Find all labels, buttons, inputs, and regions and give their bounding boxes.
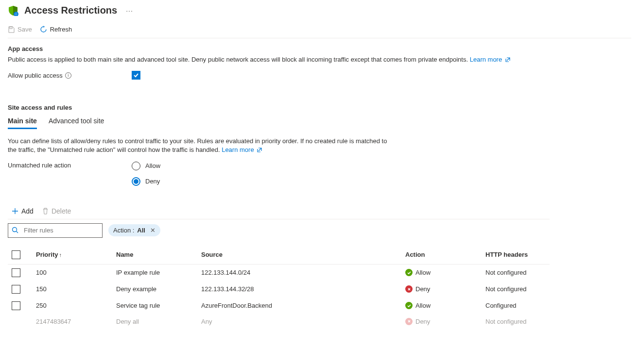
cell-source: AzureFrontDoor.Backend	[197, 298, 401, 314]
command-bar: Save Refresh	[8, 22, 631, 38]
cell-action: Allow	[401, 264, 482, 281]
cell-source: 122.133.144.0/24	[197, 264, 401, 281]
col-http[interactable]: HTTP headers	[482, 246, 550, 265]
cell-name: Service tag rule	[112, 298, 197, 314]
cell-source: Any	[197, 314, 401, 329]
allow-icon	[405, 302, 413, 309]
table-row[interactable]: 250Service tag ruleAzureFrontDoor.Backen…	[8, 298, 550, 314]
row-checkbox[interactable]	[12, 268, 20, 277]
col-name[interactable]: Name	[112, 246, 197, 265]
app-access-heading: App access	[8, 45, 631, 52]
table-row[interactable]: 100IP example rule122.133.144.0/24AllowN…	[8, 264, 550, 281]
info-icon[interactable]: i	[65, 72, 71, 79]
cell-http: Not configured	[482, 264, 550, 281]
save-button[interactable]: Save	[8, 26, 32, 33]
page-title: Access Restrictions	[24, 5, 117, 16]
cell-action: Deny	[401, 281, 482, 298]
cell-name: Deny all	[112, 314, 197, 329]
cell-priority: 150	[32, 281, 112, 298]
row-checkbox[interactable]	[12, 285, 20, 294]
search-icon	[12, 227, 19, 235]
refresh-icon	[40, 26, 47, 33]
allow-public-label: Allow public access i	[8, 72, 132, 79]
refresh-button[interactable]: Refresh	[40, 26, 72, 33]
cell-action: Deny	[401, 314, 482, 329]
site-access-heading: Site access and rules	[8, 104, 631, 111]
cell-http: Not configured	[482, 281, 550, 298]
filter-input[interactable]	[8, 223, 103, 238]
cell-http: Configured	[482, 298, 550, 314]
cell-priority: 2147483647	[32, 314, 112, 329]
col-priority[interactable]: Priority↑	[32, 246, 112, 265]
save-icon	[8, 26, 15, 33]
filter-chip-action[interactable]: Action : All ✕	[108, 224, 160, 236]
select-all-checkbox[interactable]	[12, 250, 20, 259]
shield-icon	[8, 5, 18, 16]
table-row[interactable]: 150Deny example122.133.144.32/28DenyNot …	[8, 281, 550, 298]
more-menu[interactable]: ···	[126, 7, 133, 15]
check-icon	[133, 72, 139, 78]
radio-allow-label: Allow	[145, 162, 160, 169]
site-access-desc: You can define lists of allow/deny rules…	[8, 137, 392, 154]
svg-point-2	[13, 227, 17, 232]
filter-input-wrap	[8, 223, 103, 238]
deny-icon	[405, 318, 413, 325]
deny-icon	[405, 285, 413, 293]
external-link-icon	[505, 57, 511, 63]
radio-allow[interactable]	[132, 162, 140, 170]
svg-rect-1	[10, 27, 12, 29]
learn-more-app-access[interactable]: Learn more	[470, 56, 511, 63]
row-checkbox[interactable]	[12, 301, 20, 310]
delete-button[interactable]: Delete	[42, 207, 71, 215]
unmatched-action-label: Unmatched rule action	[8, 162, 132, 169]
divider	[8, 219, 550, 219]
cell-name: IP example rule	[112, 264, 197, 281]
allow-public-checkbox[interactable]	[132, 71, 140, 80]
sort-asc-icon: ↑	[59, 252, 62, 258]
learn-more-site-access[interactable]: Learn more	[222, 146, 262, 153]
chip-clear-icon[interactable]: ✕	[150, 227, 155, 234]
cell-source: 122.133.144.32/28	[197, 281, 401, 298]
plus-icon	[12, 208, 18, 215]
cell-name: Deny example	[112, 281, 197, 298]
rules-table: Priority↑ Name Source Action HTTP header…	[8, 246, 550, 329]
table-row[interactable]: 2147483647Deny allAnyDenyNot configured	[8, 314, 550, 329]
radio-deny[interactable]	[132, 177, 140, 186]
col-action[interactable]: Action	[401, 246, 482, 265]
cell-action: Allow	[401, 298, 482, 314]
tab-main-site[interactable]: Main site	[8, 114, 37, 129]
col-source[interactable]: Source	[197, 246, 401, 265]
radio-deny-label: Deny	[145, 178, 160, 185]
allow-icon	[405, 269, 413, 276]
trash-icon	[42, 208, 49, 215]
cell-priority: 100	[32, 264, 112, 281]
app-access-desc: Public access is applied to both main si…	[8, 55, 631, 64]
cell-priority: 250	[32, 298, 112, 314]
external-link-icon	[257, 147, 262, 153]
cell-http: Not configured	[482, 314, 550, 329]
tab-advanced-tool-site[interactable]: Advanced tool site	[49, 114, 104, 129]
add-button[interactable]: Add	[12, 207, 34, 215]
